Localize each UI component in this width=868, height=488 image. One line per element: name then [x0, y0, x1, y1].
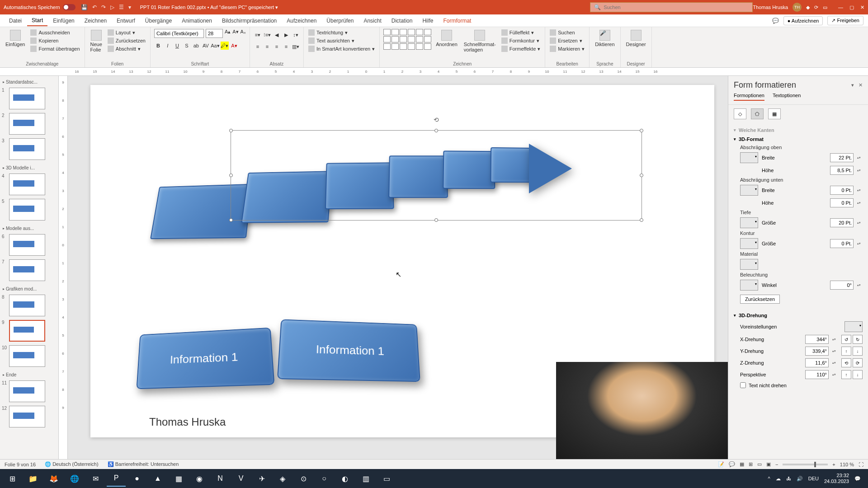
horizontal-ruler[interactable]: 1615141312111098765432101234567891011121… [0, 68, 868, 76]
thumbnail-5[interactable] [9, 199, 45, 221]
search-input[interactable] [604, 5, 749, 10]
tab-file[interactable]: Datei [5, 16, 26, 26]
zoom-level[interactable]: 110 % [840, 462, 854, 467]
align-left-icon[interactable]: ≡ [254, 42, 262, 51]
resize-handle-ne[interactable] [640, 129, 643, 132]
effects-icon[interactable]: ⬠ [751, 108, 764, 119]
telegram-icon[interactable]: ✈ [252, 470, 271, 487]
bevel-top-width[interactable] [830, 153, 854, 162]
app-icon[interactable]: ● [127, 470, 146, 487]
select-button[interactable]: Markieren ▾ [549, 45, 585, 52]
numbering-icon[interactable]: ⁝≡▾ [263, 31, 271, 39]
tray-expand-icon[interactable]: ^ [768, 476, 770, 481]
line-spacing-icon[interactable]: ↕▾ [292, 31, 300, 39]
record-button[interactable]: ● Aufzeichnen [783, 16, 823, 25]
contour-size[interactable] [830, 239, 854, 248]
tab-view[interactable]: Ansicht [359, 16, 386, 26]
comments-icon[interactable]: 💬 [772, 18, 779, 24]
spinner[interactable]: ▴▾ [857, 242, 863, 245]
vscode-icon[interactable]: V [231, 470, 250, 487]
share-button[interactable]: ↗ Freigeben [827, 16, 863, 25]
reset-3d-format-button[interactable]: Zurücksetzen [740, 295, 780, 304]
outlook-icon[interactable]: ✉ [86, 470, 105, 487]
shape-effects-button[interactable]: Formeffekte ▾ [500, 45, 542, 52]
view-normal-icon[interactable]: ▦ [740, 461, 744, 467]
designer-button[interactable]: Designer [624, 29, 648, 48]
thumbnail-8[interactable] [9, 295, 45, 316]
language-status[interactable]: 🌐 Deutsch (Österreich) [45, 461, 99, 467]
info-box-1[interactable]: Information 1 [136, 328, 274, 389]
shadow-button[interactable]: ab [192, 42, 200, 50]
coming-soon-icon[interactable]: ◆ [806, 5, 810, 10]
case-icon[interactable]: Aa▾ [211, 42, 219, 50]
resize-handle-se[interactable] [640, 218, 643, 222]
grow-font-icon[interactable]: A▴ [225, 29, 231, 38]
shrink-font-icon[interactable]: A▾ [232, 29, 238, 38]
depth-color-picker[interactable] [740, 217, 758, 228]
app-icon[interactable]: ▥ [356, 470, 375, 487]
minimize-button[interactable]: — [838, 5, 843, 10]
section-header[interactable]: Ende [2, 371, 57, 379]
format-painter-button[interactable]: Format übertragen [29, 45, 80, 52]
spinner[interactable]: ▴▾ [832, 338, 838, 341]
section-header[interactable]: 3D Modelle i... [2, 164, 57, 172]
rotation-presets-picker[interactable] [844, 321, 863, 332]
zoom-slider[interactable] [783, 464, 828, 465]
section-header[interactable]: Standardabsc... [2, 78, 57, 86]
copy-button[interactable]: Kopieren [29, 37, 80, 44]
spinner[interactable]: ▴▾ [857, 283, 863, 287]
shapes-gallery[interactable] [383, 29, 431, 50]
tab-text-options[interactable]: Textoptionen [773, 93, 801, 101]
thumbnail-10[interactable] [9, 345, 45, 367]
thumbnail-6[interactable] [9, 234, 45, 256]
x-rotation[interactable] [805, 335, 829, 344]
app-icon[interactable]: ○ [315, 470, 334, 487]
tab-draw[interactable]: Zeichnen [80, 16, 111, 26]
maximize-button[interactable]: ▢ [849, 5, 854, 10]
accessibility-status[interactable]: ♿ Barrierefreiheit: Untersuchen [108, 461, 179, 467]
smartart-button[interactable]: In SmartArt konvertieren ▾ [307, 45, 376, 52]
slide-count[interactable]: Folie 9 von 16 [5, 462, 36, 467]
resize-handle-e[interactable] [640, 174, 643, 177]
reset-slide-button[interactable]: Zurücksetzen [107, 37, 146, 44]
section-header[interactable]: Grafiken mod... [2, 285, 57, 293]
dictate-button[interactable]: 🎤Diktieren [593, 29, 616, 48]
resize-handle-nw[interactable] [229, 129, 233, 132]
align-right-icon[interactable]: ≡ [273, 42, 281, 51]
resize-handle-n[interactable] [434, 129, 438, 132]
thumbnail-4[interactable] [9, 174, 45, 195]
tab-record[interactable]: Aufzeichnen [282, 16, 321, 26]
app-icon[interactable]: ▦ [169, 470, 188, 487]
cut-button[interactable]: Ausschneiden [29, 29, 80, 36]
rotate-down-icon[interactable]: ↓ [853, 347, 863, 356]
thumbnail-9[interactable] [9, 320, 45, 342]
strike-button[interactable]: S [183, 42, 191, 50]
info-box-2[interactable]: Information 1 [277, 319, 420, 382]
quick-styles-button[interactable]: Schnellformat- vorlagen [462, 29, 498, 53]
section-3d-format[interactable]: 3D-Format [734, 135, 863, 144]
font-family-select[interactable] [154, 29, 204, 38]
columns-icon[interactable]: ▥▾ [292, 42, 300, 51]
volume-icon[interactable]: 🔊 [797, 476, 803, 482]
justify-icon[interactable]: ≡ [282, 42, 290, 51]
undo-icon[interactable]: ↶ [92, 4, 97, 10]
zoom-out-icon[interactable]: − [775, 462, 778, 467]
rotate-left-icon[interactable]: ↺ [841, 335, 851, 344]
z-rotation[interactable] [805, 358, 829, 367]
new-slide-button[interactable]: Neue Folie [89, 29, 104, 53]
view-reading-icon[interactable]: ▭ [757, 461, 762, 467]
app-icon[interactable]: ◈ [273, 470, 292, 487]
rotate-ccw-icon[interactable]: ⟲ [841, 358, 851, 367]
spinner[interactable]: ▴▾ [857, 156, 863, 160]
user-name[interactable]: Thomas Hruska [753, 5, 788, 10]
onedrive-icon[interactable]: ☁ [776, 476, 781, 482]
font-color-icon[interactable]: A▾ [230, 42, 238, 50]
material-picker[interactable] [740, 259, 758, 270]
qat-more-icon[interactable]: ▾ [128, 4, 131, 10]
section-3d-rotation[interactable]: 3D-Drehung [734, 311, 863, 320]
dec-indent-icon[interactable]: ◀ [273, 31, 281, 39]
lighting-picker[interactable] [740, 280, 758, 291]
thumbnail-7[interactable] [9, 259, 45, 281]
thumbnail-11[interactable] [9, 380, 45, 402]
redo-icon[interactable]: ↷ [101, 4, 106, 10]
